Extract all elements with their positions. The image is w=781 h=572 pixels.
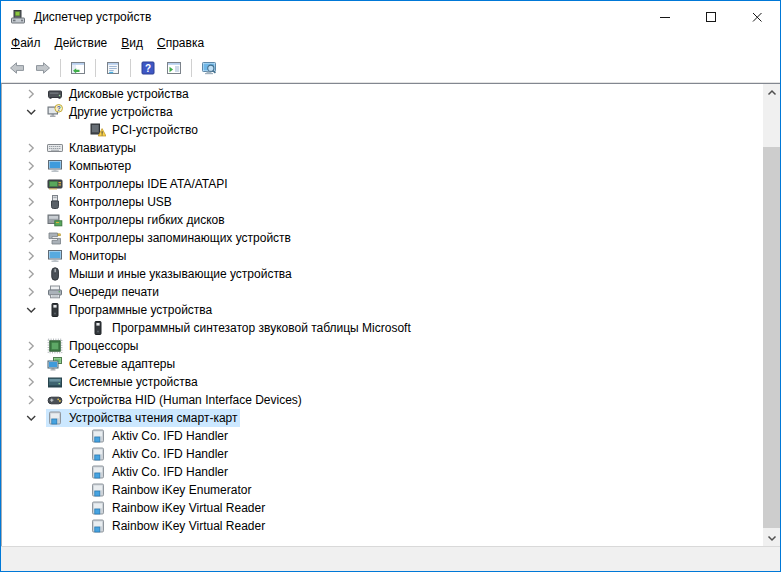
tree-item-content[interactable]: Контроллеры запоминающих устройств [46,229,294,247]
device-manager-window: Диспетчер устройств ФайлДействиеВидСправ… [0,0,781,572]
tree-item[interactable]: Контроллеры USB [2,193,780,211]
tree-item-content[interactable]: Контроллеры гибких дисков [46,211,228,229]
tree-item-label: Программный синтезатор звуковой таблицы … [112,321,411,335]
menu-view[interactable]: Вид [114,34,150,52]
close-button[interactable] [734,1,780,32]
tree-item-content[interactable]: Клавиатуры [46,139,139,157]
ide-controller-icon [47,176,63,192]
menu-help[interactable]: Справка [150,34,211,52]
tree-item[interactable]: Контроллеры IDE ATA/ATAPI [2,175,780,193]
toolbar-button-properties[interactable] [101,56,125,79]
chevron-right-icon[interactable] [23,374,39,390]
tree-item[interactable]: Системные устройства [2,373,780,391]
chevron-down-icon[interactable] [23,302,39,318]
tree-item-content-selected[interactable]: Устройства чтения смарт-карт [46,409,240,427]
tree-item-content[interactable]: Системные устройства [46,373,201,391]
tree-item-content[interactable]: Aktiv Co. IFD Handler [89,427,231,445]
tree-item-content[interactable]: Aktiv Co. IFD Handler [89,445,231,463]
software-device-icon [47,302,63,318]
tree-item-content[interactable]: ?Другие устройства [46,103,176,121]
scan-hardware-icon [201,60,217,76]
floppy-controller-icon [47,212,63,228]
smartcard-reader-icon [90,428,106,444]
toolbar-button-forward[interactable] [31,56,55,79]
keyboard-icon [47,140,63,156]
tree-item[interactable]: Устройства чтения смарт-карт [2,409,780,427]
toolbar-button-show-console-tree[interactable] [66,56,90,79]
tree-item-label: Компьютер [69,159,131,173]
chevron-right-icon[interactable] [23,158,39,174]
tree-item-content[interactable]: Мониторы [46,247,129,265]
minimize-button[interactable] [642,1,688,32]
smartcard-reader-icon [90,500,106,516]
tree-item[interactable]: Клавиатуры [2,139,780,157]
tree-item-label: Aktiv Co. IFD Handler [112,429,228,443]
maximize-button[interactable] [688,1,734,32]
tree-item-content[interactable]: Контроллеры IDE ATA/ATAPI [46,175,231,193]
tree-item[interactable]: Rainbow iKey Virtual Reader [2,517,780,535]
chevron-right-icon[interactable] [23,212,39,228]
minimize-icon [657,9,673,25]
menu-file[interactable]: Файл [4,34,48,52]
tree-item-content[interactable]: Rainbow iKey Virtual Reader [89,499,268,517]
tree-item[interactable]: Мыши и иные указывающие устройства [2,265,780,283]
scrollbar-up-button[interactable] [763,84,780,101]
smartcard-reader-icon [90,446,106,462]
tree-item[interactable]: Мониторы [2,247,780,265]
chevron-right-icon[interactable] [23,266,39,282]
scrollbar-thumb[interactable] [763,147,780,528]
chevron-right-icon[interactable] [23,194,39,210]
chevron-right-icon[interactable] [23,356,39,372]
chevron-right-icon[interactable] [23,392,39,408]
tree-item[interactable]: Очереди печати [2,283,780,301]
tree-item[interactable]: Контроллеры гибких дисков [2,211,780,229]
tree-item-content[interactable]: Мыши и иные указывающие устройства [46,265,295,283]
tree-item[interactable]: Дисковые устройства [2,85,780,103]
chevron-right-icon[interactable] [23,230,39,246]
chevron-right-icon[interactable] [23,176,39,192]
tree-item[interactable]: Aktiv Co. IFD Handler [2,427,780,445]
computer-icon [47,158,63,174]
tree-item[interactable]: Процессоры [2,337,780,355]
chevron-right-icon[interactable] [23,338,39,354]
tree-item[interactable]: Rainbow iKey Enumerator [2,481,780,499]
toolbar-button-back[interactable] [5,56,29,79]
tree-item-content[interactable]: Очереди печати [46,283,162,301]
tree-item[interactable]: Устройства HID (Human Interface Devices) [2,391,780,409]
tree-item-content[interactable]: Программные устройства [46,301,215,319]
tree-item-content[interactable]: Rainbow iKey Enumerator [89,481,254,499]
menu-action[interactable]: Действие [48,34,115,52]
tree-item-content[interactable]: Программный синтезатор звуковой таблицы … [89,319,414,337]
tree-item-content[interactable]: Компьютер [46,157,134,175]
tree-item[interactable]: Rainbow iKey Virtual Reader [2,499,780,517]
toolbar-button-help[interactable]: ? [136,56,160,79]
tree-item-content[interactable]: Aktiv Co. IFD Handler [89,463,231,481]
scrollbar-down-button[interactable] [763,529,780,546]
tree-item-content[interactable]: Устройства HID (Human Interface Devices) [46,391,305,409]
tree-item[interactable]: Aktiv Co. IFD Handler [2,445,780,463]
chevron-right-icon[interactable] [23,86,39,102]
tree-item-content[interactable]: Контроллеры USB [46,193,175,211]
vertical-scrollbar[interactable] [763,84,780,546]
tree-item-content[interactable]: Процессоры [46,337,142,355]
tree-item[interactable]: ?Другие устройства [2,103,780,121]
tree-item[interactable]: Программный синтезатор звуковой таблицы … [2,319,780,337]
tree-item[interactable]: Сетевые адаптеры [2,355,780,373]
chevron-down-icon[interactable] [23,410,39,426]
chevron-right-icon[interactable] [23,284,39,300]
tree-item-content[interactable]: Дисковые устройства [46,85,192,103]
tree-item-content[interactable]: Сетевые адаптеры [46,355,178,373]
tree-item[interactable]: Контроллеры запоминающих устройств [2,229,780,247]
tree-item-content[interactable]: PCI-устройство [89,121,201,139]
tree-item[interactable]: Aktiv Co. IFD Handler [2,463,780,481]
toolbar-button-show-action-pane[interactable] [162,56,186,79]
tree-item-label: Контроллеры USB [69,195,172,209]
tree-item-content[interactable]: Rainbow iKey Virtual Reader [89,517,268,535]
tree-item[interactable]: Программные устройства [2,301,780,319]
toolbar-button-scan-hardware-changes[interactable] [197,56,221,79]
chevron-right-icon[interactable] [23,140,39,156]
tree-item[interactable]: Компьютер [2,157,780,175]
tree-item[interactable]: PCI-устройство [2,121,780,139]
chevron-right-icon[interactable] [23,248,39,264]
chevron-down-icon[interactable] [23,104,39,120]
